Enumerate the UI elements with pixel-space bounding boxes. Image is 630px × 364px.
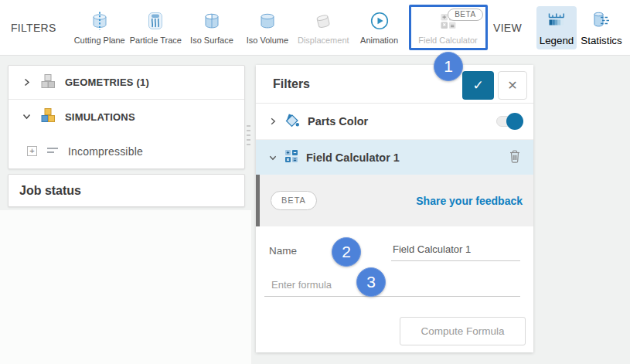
legend-button[interactable]: Legend: [536, 6, 577, 49]
tool-label: Legend: [540, 35, 574, 46]
filters-toolbar: FILTERS Cutting Plane: [0, 0, 630, 56]
filters-panel: Filters ✓ ✕ Parts Color: [256, 65, 533, 352]
confirm-button[interactable]: ✓: [462, 71, 494, 100]
job-status-panel[interactable]: Job status: [8, 174, 245, 207]
filters-section-label: FILTERS: [11, 22, 56, 34]
animation-button[interactable]: Animation: [352, 9, 407, 46]
tree-item-simulations[interactable]: SIMULATIONS: [9, 100, 244, 134]
tool-label: Particle Trace: [130, 36, 182, 45]
tool-label: Animation: [360, 36, 398, 45]
tool-label: Iso Volume: [247, 36, 288, 45]
cutting-plane-icon: [90, 11, 110, 33]
trash-icon: [509, 149, 521, 166]
simulations-cubes-icon: [39, 107, 56, 127]
share-feedback-link[interactable]: Share your feedback: [416, 195, 523, 207]
job-status-label: Job status: [9, 175, 244, 206]
scene-tree-panel: GEOMETRIES (1) SIMULATIONS +: [8, 65, 245, 169]
check-icon: ✓: [472, 78, 483, 93]
statistics-button[interactable]: Statistics: [581, 6, 621, 49]
filter-row-label: Field Calculator 1: [306, 151, 400, 164]
iso-volume-icon: [257, 11, 278, 33]
annotation-step-1-badge: 1: [434, 52, 463, 81]
view-section-label: VIEW: [493, 22, 522, 34]
legend-icon: [547, 10, 567, 32]
chevron-right-icon[interactable]: [269, 114, 277, 128]
annotation-step-2-badge: 2: [332, 237, 361, 267]
animation-play-icon: [369, 11, 390, 33]
tree-item-label: GEOMETRIES (1): [65, 77, 149, 88]
tool-label: Statistics: [581, 35, 621, 46]
formula-input[interactable]: [264, 276, 520, 297]
cutting-plane-button[interactable]: Cutting Plane: [72, 9, 128, 46]
field-calculator-row[interactable]: Field Calculator 1: [256, 140, 533, 175]
tool-label: Iso Surface: [190, 36, 233, 45]
delete-filter-button[interactable]: [509, 149, 521, 166]
chevron-down-icon[interactable]: [269, 151, 277, 165]
tree-item-label: Incompressible: [68, 145, 143, 158]
annotation-step-3-badge: 3: [356, 267, 386, 297]
incompressible-icon: [44, 141, 61, 162]
app-window: FILTERS Cutting Plane: [0, 0, 630, 364]
parts-color-row[interactable]: Parts Color: [256, 104, 533, 140]
paint-bucket-icon: [284, 112, 300, 131]
chevron-right-icon[interactable]: [22, 76, 31, 90]
tool-label: Cutting Plane: [74, 36, 125, 45]
filter-row-label: Parts Color: [308, 115, 368, 128]
geometries-cubes-icon: [39, 73, 56, 93]
workspace-background: [0, 210, 251, 364]
beta-badge: BETA: [448, 9, 482, 21]
name-input[interactable]: [391, 240, 520, 261]
field-calculator-annotation-box: BETA: [409, 5, 488, 50]
parts-color-toggle[interactable]: [496, 116, 521, 127]
tree-item-geometries[interactable]: GEOMETRIES (1): [9, 66, 244, 100]
field-calculator-form: Name Compute Formula 2 3: [256, 226, 533, 352]
compute-formula-button[interactable]: Compute Formula: [400, 317, 526, 345]
filters-panel-header: Filters ✓ ✕: [256, 65, 533, 104]
iso-volume-button[interactable]: Iso Volume: [240, 9, 295, 46]
beta-badge: BETA: [271, 191, 317, 210]
chevron-down-icon[interactable]: [22, 110, 31, 124]
particle-trace-icon: [145, 11, 165, 33]
tree-item-incompressible[interactable]: + Incompressible: [9, 134, 244, 168]
close-icon: ✕: [507, 79, 517, 92]
beta-feedback-section: BETA Share your feedback: [256, 175, 533, 226]
panel-title: Filters: [273, 77, 310, 91]
iso-surface-icon: [202, 11, 222, 33]
tree-item-label: SIMULATIONS: [65, 111, 135, 123]
displacement-icon: [313, 11, 333, 33]
iso-surface-button[interactable]: Iso Surface: [184, 9, 240, 46]
statistics-icon: [591, 10, 611, 32]
particle-trace-button[interactable]: Particle Trace: [128, 9, 184, 46]
field-calculator-grid-icon: [284, 149, 298, 166]
displacement-button[interactable]: Displacement: [295, 9, 352, 46]
panel-resize-handle[interactable]: [247, 125, 250, 145]
toggle-knob: [506, 113, 523, 130]
tool-label: Displacement: [298, 36, 349, 45]
expand-plus-icon[interactable]: +: [27, 146, 37, 156]
name-field-label: Name: [269, 245, 297, 257]
tool-label: Field Calculator: [418, 36, 477, 45]
close-button[interactable]: ✕: [498, 71, 527, 100]
